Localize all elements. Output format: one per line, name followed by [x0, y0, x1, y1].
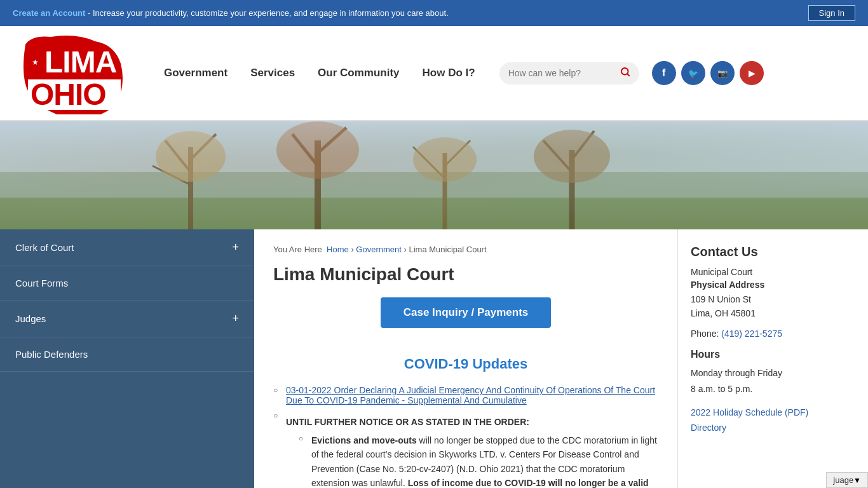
sidebar-clerk-plus: + — [232, 241, 239, 254]
sidebar-judges-plus: + — [232, 312, 239, 325]
contact-address: 109 N Union St Lima, OH 45801 — [691, 292, 855, 321]
main-content: You Are Here Home › Government › Lima Mu… — [254, 229, 677, 488]
covid-heading: COVID-19 Updates — [273, 356, 658, 372]
address-line2: Lima, OH 45801 — [691, 308, 756, 318]
address-label: Physical Address — [691, 280, 855, 290]
nav-services[interactable]: Services — [239, 60, 306, 86]
court-name: Municipal Court — [691, 267, 855, 277]
hero-image — [0, 121, 868, 229]
breadcrumb-government[interactable]: Government — [356, 245, 402, 254]
holiday-schedule-link[interactable]: 2022 Holiday Schedule (PDF) — [691, 407, 855, 417]
sidebar-item-judges-label: Judges — [15, 313, 46, 324]
svg-point-18 — [156, 131, 226, 182]
breadcrumb-you-are-here: You Are Here — [273, 245, 322, 254]
eviction-text: Evictions and move-outs will no longer b… — [311, 435, 657, 488]
sidebar-item-forms[interactable]: Court Forms — [0, 266, 254, 301]
notice-bold: UNTIL FURTHER NOTICE OR AS STATED IN THE… — [286, 417, 658, 427]
create-account-link[interactable]: Create an Account — [13, 8, 85, 18]
twitter-icon[interactable]: 🐦 — [681, 61, 705, 85]
covid-list-item-notice: UNTIL FURTHER NOTICE OR AS STATED IN THE… — [273, 408, 658, 488]
banner-text: - Increase your productivity, customize … — [85, 8, 448, 18]
svg-point-21 — [534, 130, 610, 183]
search-button[interactable] — [620, 66, 631, 81]
social-icons: f 🐦 📷 ▶ — [652, 61, 764, 85]
language-label: juage — [833, 475, 853, 485]
page-body: Clerk of Court + Court Forms Judges + Pu… — [0, 229, 868, 488]
main-nav: Government Services Our Community How Do… — [153, 60, 849, 86]
svg-line-1 — [627, 74, 629, 76]
case-inquiry-button[interactable]: Case Inquiry / Payments — [381, 297, 552, 328]
top-banner: Create an Account - Increase your produc… — [0, 0, 868, 26]
directory-link[interactable]: Directory — [691, 423, 855, 433]
covid-order-link[interactable]: 03-01-2022 Order Declaring A Judicial Em… — [286, 385, 655, 405]
nav-community[interactable]: Our Community — [306, 60, 410, 86]
right-sidebar: Contact Us Municipal Court Physical Addr… — [677, 229, 868, 488]
sub-bullet-list: Evictions and move-outs will no longer b… — [286, 431, 658, 488]
star-badge: ★ — [28, 55, 42, 69]
facebook-icon[interactable]: f — [652, 61, 676, 85]
sidebar-item-defenders-label: Public Defenders — [15, 349, 88, 360]
logo-ohio-text: OHIO — [28, 79, 121, 110]
search-area — [499, 62, 639, 85]
language-bar: juage ▼ — [826, 472, 868, 488]
breadcrumb: You Are Here Home › Government › Lima Mu… — [273, 245, 658, 254]
sign-in-button[interactable]: Sign In — [808, 5, 855, 21]
youtube-icon[interactable]: ▶ — [740, 61, 764, 85]
svg-rect-4 — [0, 198, 868, 229]
address-line1: 109 N Union St — [691, 294, 751, 304]
ohio-shape: ★ LIMA OHIO — [19, 32, 127, 114]
eviction-item: Evictions and move-outs will no longer b… — [299, 431, 658, 488]
sidebar-item-clerk[interactable]: Clerk of Court + — [0, 229, 254, 266]
svg-point-19 — [276, 121, 359, 179]
covid-list-item-link: 03-01-2022 Order Declaring A Judicial Em… — [273, 383, 658, 408]
sidebar-item-forms-label: Court Forms — [15, 278, 68, 288]
cta-button-container: Case Inquiry / Payments — [273, 297, 658, 343]
sidebar-item-clerk-label: Clerk of Court — [15, 242, 74, 253]
nav-howdoi[interactable]: How Do I? — [411, 60, 487, 86]
sidebar-item-judges[interactable]: Judges + — [0, 301, 254, 337]
phone-number[interactable]: (419) 221-5275 — [721, 329, 782, 339]
banner-message: Create an Account - Increase your produc… — [13, 8, 449, 18]
breadcrumb-current: Lima Municipal Court — [409, 245, 486, 254]
instagram-icon[interactable]: 📷 — [710, 61, 735, 85]
eviction-bold: Evictions and move-outs — [311, 435, 417, 445]
contact-title: Contact Us — [691, 245, 855, 259]
phone-label: Phone: — [691, 329, 721, 339]
nav-government[interactable]: Government — [153, 60, 239, 86]
hours-title: Hours — [691, 349, 855, 360]
search-input[interactable] — [508, 68, 620, 78]
page-title: Lima Municipal Court — [273, 264, 658, 285]
covid-list: 03-01-2022 Order Declaring A Judicial Em… — [273, 383, 658, 488]
site-header: ★ LIMA OHIO Government Services Our Comm… — [0, 26, 868, 121]
logo-area: ★ LIMA OHIO — [19, 32, 127, 114]
language-dropdown[interactable]: ▼ — [853, 476, 861, 485]
svg-point-20 — [413, 137, 477, 182]
contact-phone: Phone: (419) 221-5275 — [691, 329, 855, 339]
breadcrumb-home[interactable]: Home — [327, 245, 349, 254]
hours-time: 8 a.m. to 5 p.m. — [691, 384, 752, 394]
hours-text: Monday through Friday 8 a.m. to 5 p.m. — [691, 365, 855, 397]
svg-point-0 — [621, 68, 628, 75]
sidebar-item-defenders[interactable]: Public Defenders — [0, 337, 254, 372]
logo-lima-text: LIMA — [44, 44, 116, 79]
hours-days: Monday through Friday — [691, 368, 782, 378]
left-sidebar: Clerk of Court + Court Forms Judges + Pu… — [0, 229, 254, 488]
